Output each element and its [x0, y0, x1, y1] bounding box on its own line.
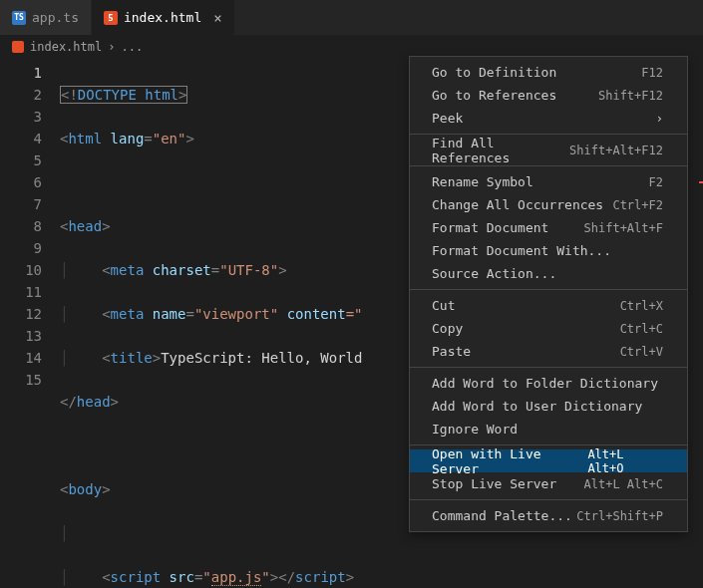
menu-item-label: Find All References: [432, 136, 569, 165]
menu-item-label: Add Word to Folder Dictionary: [432, 376, 658, 391]
line-number: 3: [0, 106, 42, 128]
menu-item-label: Format Document With...: [432, 243, 611, 258]
menu-item-label: Paste: [432, 344, 471, 359]
menu-item-label: Open with Live Server: [432, 446, 587, 476]
menu-item-shortcut: Alt+L Alt+C: [584, 477, 663, 491]
tab-index-html[interactable]: index.html ×: [92, 0, 235, 35]
tab-label: app.ts: [32, 10, 79, 25]
line-number: 1: [0, 62, 42, 84]
menu-separator: [410, 499, 687, 500]
menu-item-label: Format Document: [432, 220, 548, 235]
html-icon: [104, 11, 118, 25]
menu-item-label: Source Action...: [432, 266, 556, 281]
menu-item-shortcut: Ctrl+F2: [612, 198, 663, 212]
line-number: 8: [0, 215, 42, 237]
menu-item[interactable]: Go to ReferencesShift+F12: [410, 84, 687, 107]
menu-item-label: Go to References: [432, 88, 556, 103]
line-number: 12: [0, 303, 42, 325]
menu-item-label: Stop Live Server: [432, 476, 556, 491]
menu-item-label: Ignore Word: [432, 422, 518, 437]
menu-item-shortcut: Alt+L Alt+O: [587, 447, 663, 475]
line-number: 6: [0, 171, 42, 193]
menu-item[interactable]: Open with Live ServerAlt+L Alt+O: [410, 449, 687, 472]
menu-item[interactable]: Change All OccurrencesCtrl+F2: [410, 193, 687, 216]
line-number: 11: [0, 281, 42, 303]
breadcrumb[interactable]: index.html › ...: [0, 36, 703, 58]
menu-item[interactable]: Add Word to Folder Dictionary: [410, 372, 687, 395]
menu-item-label: Add Word to User Dictionary: [432, 399, 642, 414]
menu-item[interactable]: PasteCtrl+V: [410, 340, 687, 363]
menu-separator: [410, 165, 687, 166]
menu-item[interactable]: Source Action...: [410, 262, 687, 285]
breadcrumb-more: ...: [121, 40, 143, 54]
menu-item-shortcut: Shift+Alt+F12: [569, 144, 663, 157]
menu-item[interactable]: Go to DefinitionF12: [410, 61, 687, 84]
chevron-right-icon: ›: [108, 40, 115, 54]
line-number: 15: [0, 369, 42, 391]
overview-ruler-marker: [699, 181, 703, 183]
menu-item[interactable]: Format Document With...: [410, 239, 687, 262]
menu-item-label: Cut: [432, 298, 455, 313]
menu-item[interactable]: Command Palette...Ctrl+Shift+P: [410, 504, 687, 527]
menu-separator: [410, 367, 687, 368]
menu-item-label: Change All Occurrences: [432, 197, 603, 212]
menu-item[interactable]: Find All ReferencesShift+Alt+F12: [410, 139, 687, 161]
line-number: 14: [0, 347, 42, 369]
menu-separator: [410, 289, 687, 290]
line-number: 7: [0, 193, 42, 215]
html-icon: [12, 41, 24, 53]
tab-bar: TS app.ts index.html ×: [0, 0, 703, 36]
close-icon[interactable]: ×: [213, 11, 221, 25]
chevron-right-icon: ›: [656, 112, 663, 126]
menu-item[interactable]: Rename SymbolF2: [410, 170, 687, 193]
menu-item[interactable]: CutCtrl+X: [410, 294, 687, 317]
menu-item-label: Copy: [432, 321, 463, 336]
menu-item-shortcut: Shift+F12: [598, 89, 663, 103]
menu-item[interactable]: Add Word to User Dictionary: [410, 395, 687, 418]
line-number: 4: [0, 128, 42, 149]
menu-item-shortcut: Ctrl+Shift+P: [576, 509, 663, 523]
menu-item-shortcut: Shift+Alt+F: [584, 221, 663, 235]
line-number: 5: [0, 149, 42, 171]
line-gutter: 1 2 3 4 5 6 7 8 9 10 11 12 13 14 15: [0, 58, 60, 588]
tab-app-ts[interactable]: TS app.ts: [0, 0, 92, 35]
line-number: 10: [0, 259, 42, 281]
menu-item-label: Go to Definition: [432, 65, 556, 80]
menu-item[interactable]: Stop Live ServerAlt+L Alt+C: [410, 472, 687, 495]
line-number: 13: [0, 325, 42, 347]
menu-item-shortcut: Ctrl+X: [620, 299, 663, 313]
menu-item-shortcut: F12: [641, 66, 663, 80]
breadcrumb-file: index.html: [30, 40, 102, 54]
menu-item[interactable]: Format DocumentShift+Alt+F: [410, 216, 687, 239]
menu-item-shortcut: F2: [649, 175, 663, 189]
menu-item-label: Rename Symbol: [432, 174, 533, 189]
menu-item-label: Peek: [432, 111, 463, 126]
context-menu: Go to DefinitionF12Go to ReferencesShift…: [409, 56, 688, 532]
line-number: 2: [0, 84, 42, 106]
typescript-icon: TS: [12, 11, 26, 25]
menu-item[interactable]: Ignore Word: [410, 418, 687, 441]
menu-item-label: Command Palette...: [432, 508, 572, 523]
line-number: 9: [0, 237, 42, 259]
tab-label: index.html: [124, 10, 201, 25]
menu-item[interactable]: CopyCtrl+C: [410, 317, 687, 340]
menu-item[interactable]: Peek›: [410, 107, 687, 130]
menu-item-shortcut: Ctrl+C: [620, 322, 663, 336]
menu-item-shortcut: Ctrl+V: [620, 345, 663, 359]
